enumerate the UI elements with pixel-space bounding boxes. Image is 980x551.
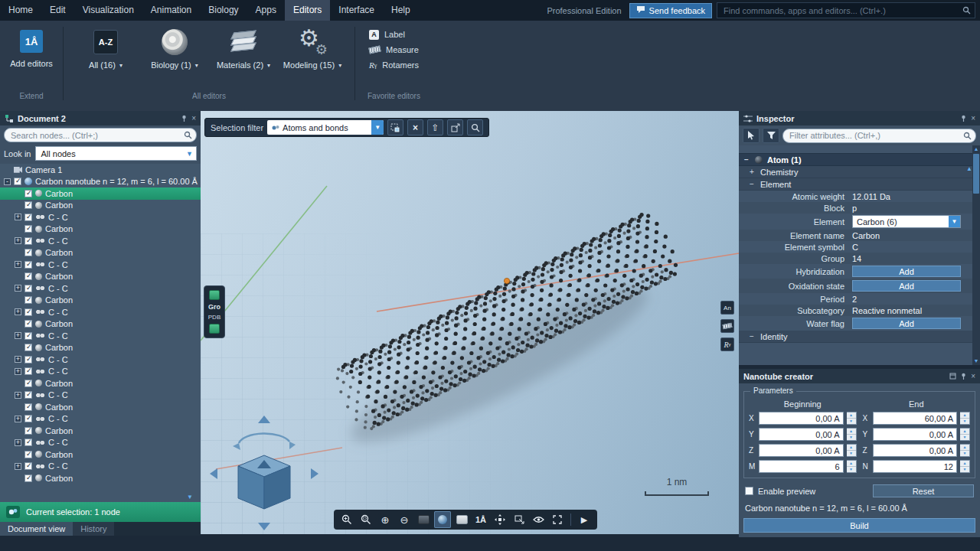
menu-item-home[interactable]: Home [0, 0, 41, 21]
checkbox[interactable] [24, 439, 32, 446]
spinner[interactable]: ▲▼ [847, 444, 857, 457]
visibility-button[interactable] [530, 511, 547, 528]
parameter-input[interactable]: 0,00 A [759, 428, 844, 441]
add-editors-button[interactable]: 1Å Add editors [8, 24, 55, 68]
spinner-down-icon[interactable]: ▼ [847, 451, 856, 456]
editor-tile-biology[interactable]: Biology (1)▾ [140, 24, 209, 70]
expander-icon[interactable]: + [15, 416, 21, 422]
tree-row[interactable]: +C - C [0, 461, 201, 473]
preset-spheres-button[interactable] [434, 511, 451, 528]
tree-row[interactable]: +C - C [0, 413, 201, 425]
favorite-editor-measure[interactable]: Measure [363, 42, 425, 57]
tree-row[interactable]: Carbon [0, 187, 201, 200]
expander-icon[interactable]: - [4, 178, 11, 185]
tree-row[interactable]: +C - C [0, 235, 201, 247]
pan-up-arrow[interactable] [258, 416, 270, 423]
checkbox[interactable] [24, 237, 32, 245]
tree-row[interactable]: Carbon [0, 271, 201, 283]
expander-icon[interactable]: + [15, 439, 21, 446]
spinner[interactable]: ▲▼ [847, 428, 857, 441]
menu-item-visualization[interactable]: Visualization [74, 0, 142, 21]
spinner[interactable]: ▲▼ [847, 460, 857, 473]
rotamers-button[interactable]: Rγ [720, 337, 734, 351]
chevron-down-icon[interactable]: ▾ [119, 62, 122, 69]
tree-row[interactable]: Carbon [0, 200, 201, 212]
preset-light-button[interactable] [453, 511, 470, 528]
viewport-3d[interactable]: Selection filter Atoms and bonds ▼ × ⇧ [201, 111, 739, 534]
menu-item-apps[interactable]: Apps [247, 0, 285, 21]
spinner-up-icon[interactable]: ▲ [960, 429, 969, 435]
spinner-up-icon[interactable]: ▲ [847, 429, 856, 435]
checkbox[interactable] [24, 403, 32, 411]
spinner-down-icon[interactable]: ▼ [960, 435, 969, 440]
element-dropdown[interactable]: Carbon (6)▼ [852, 215, 961, 228]
parameter-input[interactable]: 60,00 A [873, 412, 958, 425]
spinner[interactable]: ▲▼ [960, 412, 970, 425]
play-button[interactable]: ▶ [576, 511, 593, 528]
gromacs-export-icon[interactable] [209, 290, 220, 300]
close-icon[interactable]: × [971, 373, 975, 380]
pin-icon[interactable] [181, 115, 188, 122]
tree-row[interactable]: +C - C [0, 354, 201, 366]
attribute-filter-input[interactable] [782, 129, 976, 143]
pan-down-arrow[interactable] [258, 523, 270, 530]
spinner-up-icon[interactable]: ▲ [960, 461, 969, 467]
filter-edit-button[interactable] [763, 128, 779, 143]
tree-row[interactable]: Carbon [0, 247, 201, 259]
tab-document-view[interactable]: Document view [0, 522, 73, 536]
pick-node-button[interactable] [743, 128, 760, 143]
selected-atom[interactable] [504, 278, 509, 283]
tree-row[interactable]: +C - C [0, 306, 201, 318]
checkbox[interactable] [24, 380, 32, 387]
tree-row[interactable]: +C - C [0, 437, 201, 449]
chevron-down-icon[interactable]: ▾ [267, 62, 270, 69]
tree-row[interactable]: Carbon [0, 377, 201, 390]
menu-item-editors[interactable]: Editors [285, 0, 330, 21]
spinner-down-icon[interactable]: ▼ [847, 467, 856, 472]
zoom-in-region-button[interactable] [338, 511, 355, 528]
select-up-button[interactable]: ⇧ [427, 119, 443, 135]
checkbox[interactable] [24, 249, 32, 256]
screenshot-button[interactable] [511, 511, 528, 528]
node-search-input[interactable] [4, 128, 197, 142]
tree-row[interactable]: Camera 1 [0, 164, 201, 176]
menu-item-biology[interactable]: Biology [200, 0, 247, 21]
checkbox[interactable] [24, 415, 32, 422]
tree-row[interactable]: Carbon [0, 295, 201, 307]
tree-row[interactable]: +C - C [0, 259, 201, 271]
spinner-down-icon[interactable]: ▼ [960, 419, 969, 424]
editor-tile-materials[interactable]: Materials (2)▾ [209, 24, 278, 70]
checkbox[interactable] [24, 427, 32, 435]
expander-icon[interactable]: + [15, 285, 21, 292]
chevron-down-icon[interactable]: ▾ [338, 62, 341, 69]
expander-icon[interactable]: + [15, 463, 21, 470]
build-button[interactable]: Build [743, 518, 975, 533]
close-icon[interactable]: × [191, 115, 196, 122]
spinner[interactable]: ▲▼ [960, 444, 970, 457]
checkbox[interactable] [24, 214, 32, 221]
add-button[interactable]: Add [852, 318, 961, 329]
tree-row[interactable]: +C - C [0, 282, 201, 295]
parameter-input[interactable]: 0,00 A [759, 412, 844, 425]
parameter-input[interactable]: 0,00 A [873, 428, 958, 441]
scroll-up-icon[interactable]: ▲ [966, 165, 972, 172]
scale-button[interactable]: 1Å [472, 511, 489, 528]
scroll-up-icon[interactable]: ▲ [974, 145, 979, 153]
spinner-up-icon[interactable]: ▲ [847, 412, 856, 419]
parameter-input[interactable]: 0,00 A [873, 444, 958, 457]
scrollbar-thumb[interactable] [973, 154, 979, 194]
tab-history[interactable]: History [73, 522, 114, 536]
checkbox[interactable] [24, 367, 32, 375]
pan-right-arrow[interactable] [311, 468, 318, 479]
preset-dark-button[interactable] [415, 511, 432, 528]
tree-row[interactable]: Carbon [0, 425, 201, 437]
send-feedback-button[interactable]: Send feedback [629, 3, 712, 18]
checkbox[interactable] [24, 344, 32, 351]
spinner-down-icon[interactable]: ▼ [847, 435, 856, 440]
fullscreen-button[interactable] [549, 511, 566, 528]
element-section-header[interactable]: − Element [739, 178, 972, 191]
command-search-input[interactable] [717, 2, 975, 18]
add-button[interactable]: Add [852, 280, 961, 292]
spinner-up-icon[interactable]: ▲ [960, 412, 969, 419]
checkbox[interactable] [24, 285, 32, 292]
